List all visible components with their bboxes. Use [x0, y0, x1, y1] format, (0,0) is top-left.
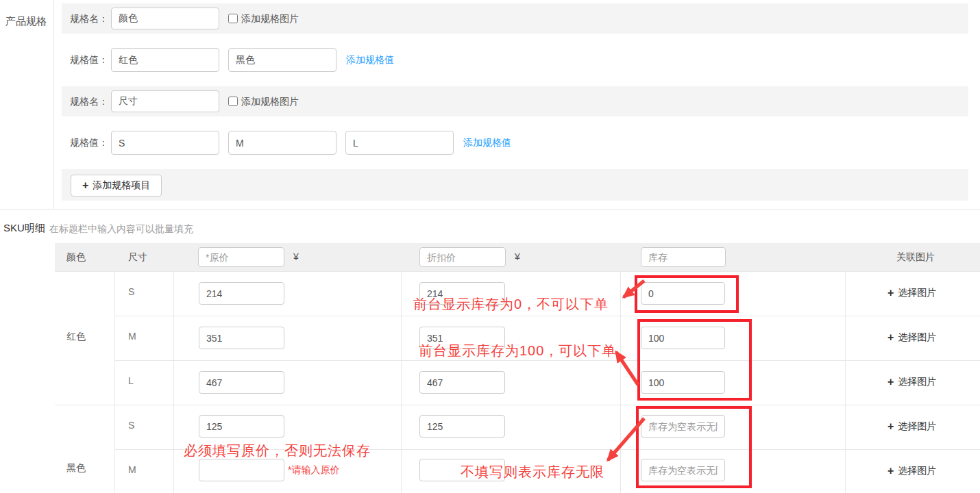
discount-price-input-row3[interactable] — [419, 371, 505, 394]
select-image-button-row5[interactable]: + 选择图片 — [887, 465, 936, 477]
size-cell: S — [128, 286, 134, 297]
stock-input-row1[interactable] — [641, 282, 725, 305]
plus-icon: + — [887, 421, 894, 432]
original-price-input-row1[interactable] — [199, 282, 284, 305]
currency-yuan-1: ¥ — [293, 243, 299, 271]
spec-value-input-l[interactable] — [345, 131, 454, 155]
add-spec-image-checkbox-1[interactable] — [228, 14, 238, 23]
grid-line — [55, 271, 980, 272]
size-cell: M — [128, 464, 136, 475]
add-spec-item-row: + 添加规格项目 — [62, 169, 968, 201]
annotation-empty-stock-unlimited: 不填写则表示库存无限 — [461, 463, 604, 481]
add-spec-image-label-1: 添加规格图片 — [241, 3, 299, 34]
product-edit-page: 产品规格 规格名： 添加规格图片 规格值： 添加规格值 规格名： 添加规格图片 … — [0, 0, 980, 493]
spec-value-input-m[interactable] — [228, 131, 336, 155]
select-image-label: 选择图片 — [898, 420, 936, 433]
plus-icon: + — [82, 180, 88, 191]
spec-value-input-red[interactable] — [111, 48, 219, 72]
grid-line — [114, 316, 980, 316]
original-price-error: *请输入原价 — [288, 464, 339, 477]
spec-name-row-2: 规格名： 添加规格图片 — [62, 86, 968, 116]
select-image-button-row2[interactable]: + 选择图片 — [887, 331, 936, 344]
annotation-stock-100: 前台显示库存为100，可以下单 — [419, 342, 616, 360]
stock-input-row4[interactable] — [641, 415, 725, 438]
section-divider-horizontal — [0, 209, 980, 210]
spec-name-label-2: 规格名： — [70, 86, 108, 116]
grid-line — [55, 405, 980, 405]
select-image-label: 选择图片 — [898, 287, 936, 299]
grid-line — [114, 271, 115, 493]
spec-name-input-1[interactable] — [111, 8, 219, 29]
plus-icon: + — [887, 288, 894, 299]
original-price-input-row4[interactable] — [199, 415, 284, 438]
currency-yuan-2: ¥ — [515, 243, 520, 271]
plus-icon: + — [887, 466, 894, 477]
select-image-label: 选择图片 — [898, 331, 936, 344]
grid-line — [114, 360, 980, 361]
spec-value-label-2: 规格值： — [70, 116, 108, 169]
original-price-input-row5[interactable] — [199, 459, 284, 481]
header-size: 尺寸 — [128, 243, 147, 271]
stock-input-row5[interactable] — [641, 459, 725, 481]
add-spec-value-link-2[interactable]: 添加规格值 — [463, 116, 511, 169]
size-cell: L — [128, 375, 134, 386]
spec-value-row-1: 规格值： 添加规格值 — [62, 34, 968, 86]
spec-name-label-1: 规格名： — [70, 3, 108, 34]
size-cell: S — [128, 420, 134, 431]
add-spec-image-label-2: 添加规格图片 — [241, 86, 299, 116]
color-cell-red: 红色 — [66, 331, 86, 343]
select-image-label: 选择图片 — [898, 376, 936, 388]
spec-value-label-1: 规格值： — [70, 34, 108, 86]
select-image-button-row3[interactable]: + 选择图片 — [887, 376, 936, 388]
spec-value-input-s[interactable] — [111, 131, 219, 155]
color-cell-black: 黑色 — [66, 462, 86, 475]
grid-line — [173, 271, 174, 493]
select-image-label: 选择图片 — [898, 465, 936, 477]
annotation-must-fill-price: 必须填写原价，否则无法保存 — [184, 442, 371, 460]
header-original-price-input[interactable] — [198, 247, 284, 267]
sku-section-title: SKU明细 — [3, 222, 45, 235]
add-spec-value-link-1[interactable]: 添加规格值 — [346, 34, 394, 86]
spec-name-row-1: 规格名： 添加规格图片 — [62, 3, 968, 34]
plus-icon: + — [887, 377, 894, 388]
spec-name-input-2[interactable] — [111, 90, 219, 112]
original-price-input-row2[interactable] — [199, 327, 284, 349]
grid-line — [620, 271, 621, 493]
spec-value-input-black[interactable] — [228, 48, 336, 72]
stock-input-row2[interactable] — [641, 327, 725, 349]
grid-line — [401, 271, 402, 493]
header-discount-price-input[interactable] — [419, 247, 506, 267]
section-divider-vertical — [53, 0, 54, 209]
select-image-button-row1[interactable]: + 选择图片 — [887, 287, 936, 299]
add-spec-item-button-label: 添加规格项目 — [93, 179, 150, 192]
discount-price-input-row4[interactable] — [419, 415, 505, 438]
spec-section-title: 产品规格 — [5, 15, 47, 28]
spec-value-row-2: 规格值： 添加规格值 — [62, 116, 968, 169]
stock-input-row3[interactable] — [641, 371, 725, 394]
original-price-input-row3[interactable] — [199, 371, 284, 394]
sku-table-header: 颜色 尺寸 ¥ ¥ 关联图片 — [55, 243, 980, 271]
size-cell: M — [128, 331, 136, 342]
select-image-button-row4[interactable]: + 选择图片 — [887, 420, 936, 433]
add-spec-item-button[interactable]: + 添加规格项目 — [71, 175, 162, 197]
header-stock-input[interactable] — [641, 247, 726, 267]
annotation-stock-zero: 前台显示库存为0，不可以下单 — [413, 295, 609, 314]
header-image: 关联图片 — [896, 243, 935, 271]
arrow-stock-unlimited — [608, 418, 644, 460]
plus-icon: + — [887, 332, 894, 343]
grid-line — [845, 271, 846, 493]
sku-section-hint: 在标题栏中输入内容可以批量填充 — [49, 223, 193, 236]
add-spec-image-checkbox-2[interactable] — [228, 97, 238, 106]
header-color: 颜色 — [66, 243, 86, 271]
arrow-stock-100 — [616, 352, 638, 385]
